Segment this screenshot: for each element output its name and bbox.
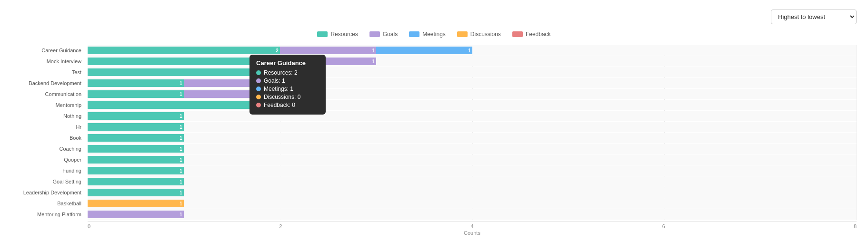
bar-row: 11	[88, 89, 857, 99]
y-label: Coaching	[11, 144, 85, 154]
bar-segment-resources: 1	[88, 145, 184, 153]
bar-row: 1	[88, 209, 857, 220]
bar-segment-goals: 1	[184, 79, 280, 87]
main-container: Highest to lowestLowest to highestAlphab…	[0, 0, 868, 241]
sort-select[interactable]: Highest to lowestLowest to highestAlphab…	[771, 10, 857, 24]
bar-segment-goals: 1	[88, 211, 184, 218]
bar-row: 1	[88, 133, 857, 143]
bar-segment-discussions: 1	[88, 200, 184, 207]
legend-label: Goals	[383, 31, 398, 38]
bar-row: 1	[88, 176, 857, 187]
y-label: Qooper	[11, 154, 85, 165]
legend-color	[369, 31, 380, 37]
y-label: Test	[11, 67, 85, 77]
bar-row: 1	[88, 154, 857, 165]
legend-item-goals: Goals	[369, 31, 398, 38]
header-row: Highest to lowestLowest to highestAlphab…	[11, 10, 857, 24]
bar-segment-goals: 1	[184, 90, 280, 98]
x-tick: 2	[279, 223, 282, 229]
bar-segment-resources: 1	[88, 156, 184, 164]
bar-segment-resources: 1	[88, 134, 184, 142]
bar-row: 21	[88, 56, 857, 67]
bar-row: 1	[88, 144, 857, 154]
bar-segment-resources: 2	[88, 101, 280, 109]
y-label: Hr	[11, 122, 85, 132]
bar-row: 1	[88, 187, 857, 198]
y-label: Basketball	[11, 198, 85, 209]
bar-segment-resources: 1	[88, 123, 184, 131]
bar-segment-resources: 2	[88, 68, 280, 76]
bar-segment-resources: 1	[88, 189, 184, 196]
legend-label: Meetings	[422, 31, 446, 38]
legend: ResourcesGoalsMeetingsDiscussionsFeedbac…	[11, 31, 857, 38]
bar-segment-resources: 1	[88, 112, 184, 120]
y-label: Nothing	[11, 111, 85, 121]
x-tick: 4	[470, 223, 473, 229]
bar-row: 1	[88, 198, 857, 209]
x-tick: 6	[662, 223, 665, 229]
y-label: Career Guidance	[11, 45, 85, 56]
bar-segment-goals: 1	[280, 47, 376, 54]
y-label: Communication	[11, 89, 85, 99]
bar-segment-resources: 1	[88, 167, 184, 174]
legend-color	[512, 31, 523, 37]
bars-area: 211212111121111111111 Career Guidance Re…	[88, 45, 857, 220]
bar-row: 1	[88, 111, 857, 121]
bar-row: 2	[88, 100, 857, 110]
y-axis-labels: Career GuidanceMock InterviewTestBackend…	[11, 45, 85, 220]
bar-row: 211	[88, 45, 857, 56]
x-tick: 8	[854, 223, 857, 229]
y-label: Mentoring Platform	[11, 209, 85, 220]
legend-item-discussions: Discussions	[457, 31, 501, 38]
bar-segment-resources: 1	[88, 90, 184, 98]
y-label: Mentorship	[11, 100, 85, 110]
bar-segment-goals: 1	[280, 58, 376, 65]
y-label: Mock Interview	[11, 56, 85, 67]
y-label: Goal Setting	[11, 176, 85, 187]
y-label: Funding	[11, 165, 85, 176]
bar-row: 11	[88, 78, 857, 88]
legend-label: Resources	[330, 31, 358, 38]
legend-item-meetings: Meetings	[409, 31, 446, 38]
y-label: Leadership Development	[11, 187, 85, 198]
bar-segment-meetings: 1	[376, 47, 472, 54]
bar-row: 1	[88, 122, 857, 132]
bar-segment-resources: 1	[88, 79, 184, 87]
legend-color	[409, 31, 419, 37]
legend-color	[317, 31, 328, 37]
y-label: Backend Development	[11, 78, 85, 88]
y-label: Book	[11, 133, 85, 143]
x-axis-label: Counts	[88, 230, 857, 236]
legend-label: Feedback	[526, 31, 551, 38]
bar-row: 1	[88, 165, 857, 176]
bar-segment-resources: 2	[88, 47, 280, 54]
bar-row: 2	[88, 67, 857, 77]
x-axis: 02468	[88, 221, 857, 229]
legend-color	[457, 31, 468, 37]
legend-item-feedback: Feedback	[512, 31, 551, 38]
grid-line	[857, 45, 857, 220]
bar-segment-resources: 1	[88, 178, 184, 185]
legend-label: Discussions	[470, 31, 501, 38]
x-tick: 0	[88, 223, 90, 229]
legend-item-resources: Resources	[317, 31, 358, 38]
chart-area: Career GuidanceMock InterviewTestBackend…	[11, 45, 857, 241]
bar-segment-resources: 2	[88, 58, 280, 65]
